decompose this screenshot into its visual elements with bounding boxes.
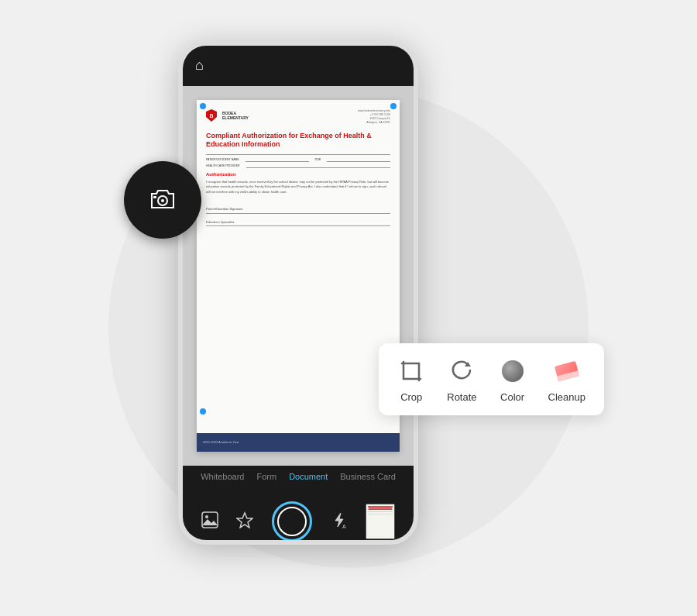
- toolbar-item-cleanup[interactable]: Cleanup: [548, 357, 585, 403]
- document-page: B BODEA ELEMENTARY www.bodeaelementary.e…: [197, 100, 400, 452]
- field-line-1: [245, 158, 309, 162]
- scan-mode-document[interactable]: Document: [289, 472, 328, 481]
- school-logo: B BODEA ELEMENTARY: [206, 109, 249, 122]
- scan-mode-whiteboard[interactable]: Whiteboard: [201, 472, 244, 481]
- home-icon: ⌂: [195, 57, 204, 74]
- field-line-dob: [327, 158, 390, 162]
- rotate-icon: [448, 357, 476, 385]
- toolbar-popup: Crop Rotate Color Cleanup: [379, 343, 604, 415]
- shutter-button[interactable]: [272, 501, 312, 542]
- scan-mode-form[interactable]: Form: [256, 472, 276, 481]
- field-row-1: PATIENT/STUDENT NAME DOB: [206, 158, 390, 162]
- camera-circle: [124, 161, 201, 239]
- signature-label-2: Education Specialist: [206, 220, 234, 224]
- toolbar-item-rotate[interactable]: Rotate: [447, 357, 476, 403]
- doc-footer-text: 2021-2022 Academic Year: [203, 440, 239, 445]
- thumb-doc-image: [366, 504, 394, 539]
- bottom-controls: A: [183, 501, 414, 542]
- phone: ⌂ B BODEA ELEMENTARY www.bodeaeleme: [178, 41, 418, 545]
- shutter-inner: [277, 507, 307, 536]
- crop-corner-tl: [200, 103, 206, 109]
- doc-signature-area: Parent/Guardian Signature Education Spec…: [206, 207, 390, 226]
- phone-bottom-bar: Whiteboard Form Document Business Card: [183, 466, 414, 545]
- doc-header: B BODEA ELEMENTARY www.bodeaelementary.e…: [206, 109, 390, 126]
- svg-text:A: A: [342, 524, 346, 528]
- rotate-label: Rotate: [447, 391, 476, 403]
- eraser-shape: [555, 360, 579, 381]
- toolbar-item-color[interactable]: Color: [499, 357, 527, 403]
- phone-top-bar: ⌂: [183, 46, 414, 86]
- doc-section-title: Authorization: [206, 171, 390, 177]
- signature-line-1: Parent/Guardian Signature: [206, 207, 390, 214]
- svg-marker-4: [202, 519, 218, 525]
- scan-mode-selector: Whiteboard Form Document Business Card: [201, 472, 396, 481]
- camera-icon: [146, 183, 180, 217]
- doc-header-right: www.bodeaelementary.edu +1 555 000 5134 …: [358, 109, 390, 126]
- doc-body-text: I recognize that health records, once re…: [206, 180, 390, 194]
- color-label: Color: [500, 391, 524, 403]
- cleanup-icon: [553, 357, 581, 385]
- gallery-icon[interactable]: [201, 511, 218, 532]
- field-label-1: PATIENT/STUDENT NAME: [206, 158, 239, 162]
- svg-rect-10: [407, 367, 419, 379]
- signature-line-2: Education Specialist: [206, 220, 390, 227]
- doc-fields: PATIENT/STUDENT NAME DOB HEALTH CARE PRO…: [206, 154, 390, 168]
- field-line-2: [246, 164, 391, 168]
- svg-point-8: [161, 199, 164, 202]
- color-ball: [502, 360, 524, 382]
- flash-auto-icon[interactable]: A: [331, 511, 348, 532]
- field-label-dob: DOB: [315, 158, 321, 162]
- school-name: BODEA ELEMENTARY: [222, 111, 249, 120]
- crop-corner-bl: [200, 408, 206, 415]
- scan-mode-business-card[interactable]: Business Card: [340, 472, 396, 481]
- doc-title: Compliant Authorization for Exchange of …: [206, 132, 390, 150]
- doc-footer-bar: 2021-2022 Academic Year: [197, 433, 400, 452]
- field-label-2: HEALTH CARE PROVIDER: [206, 164, 240, 168]
- svg-point-3: [205, 515, 208, 518]
- crop-icon: [397, 357, 425, 385]
- scene: ⌂ B BODEA ELEMENTARY www.bodeaeleme: [77, 18, 620, 599]
- crop-corner-tr: [390, 103, 397, 109]
- signature-label-1: Parent/Guardian Signature: [206, 207, 243, 211]
- svg-text:B: B: [209, 113, 213, 119]
- thumbnail-preview[interactable]: [366, 504, 395, 539]
- crop-label: Crop: [400, 391, 422, 403]
- svg-rect-9: [153, 196, 156, 198]
- field-row-2: HEALTH CARE PROVIDER: [206, 164, 390, 168]
- color-icon: [499, 357, 527, 385]
- shield-icon: B: [206, 109, 217, 122]
- toolbar-item-crop[interactable]: Crop: [397, 357, 425, 403]
- lens-icon[interactable]: [236, 511, 253, 532]
- cleanup-label: Cleanup: [548, 391, 585, 403]
